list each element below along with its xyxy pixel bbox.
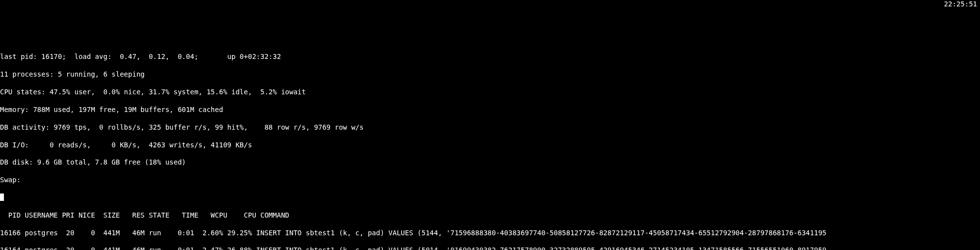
terminal-screen[interactable]: last pid: 16170; load avg: 0.47, 0.12, 0…	[0, 44, 980, 250]
header-line-7: DB disk: 9.6 GB total, 7.8 GB free (18% …	[0, 158, 980, 167]
table-row: 16164 postgres 20 0 441M 46M run 0:01 2.…	[0, 246, 980, 250]
header-line-8: Swap:	[0, 176, 980, 185]
header-line-5: DB activity: 9769 tps, 0 rollbs/s, 325 b…	[0, 123, 980, 132]
column-headers: PID USERNAME PRI NICE SIZE RES STATE TIM…	[0, 211, 980, 220]
header-line-4: Memory: 788M used, 197M free, 19M buffer…	[0, 106, 980, 114]
table-row: 16166 postgres 20 0 441M 46M run 0:01 2.…	[0, 229, 980, 238]
cursor-line	[0, 194, 980, 202]
header-line-2: 11 processes: 5 running, 6 sleeping	[0, 70, 980, 79]
header-line-3: CPU states: 47.5% user, 0.0% nice, 31.7%…	[0, 88, 980, 97]
header-line-6: DB I/O: 0 reads/s, 0 KB/s, 4263 writes/s…	[0, 141, 980, 150]
header-line-1: last pid: 16170; load avg: 0.47, 0.12, 0…	[0, 53, 980, 61]
cursor-icon	[0, 194, 4, 201]
